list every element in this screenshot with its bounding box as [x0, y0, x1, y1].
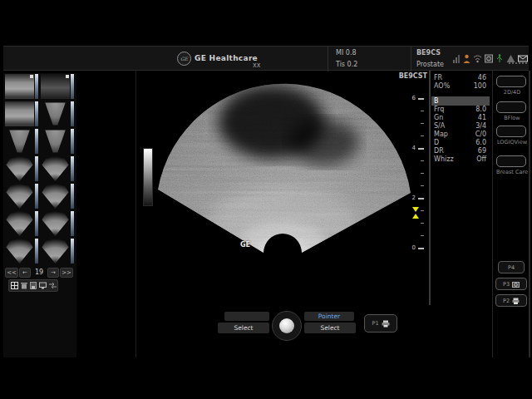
thumbnail-scale-bar [71, 239, 74, 264]
thumbnail-pager: << ← 19 → >> [5, 267, 76, 278]
wifi-icon [473, 54, 482, 63]
thumbnail[interactable] [5, 239, 34, 264]
printer-icon [512, 298, 520, 304]
thumbnail-scale-bar [35, 129, 38, 154]
depth-tick-label: 0 [407, 244, 416, 251]
ao-row: AO%100 [431, 82, 490, 91]
thumbnail[interactable] [41, 156, 70, 181]
p1-key[interactable]: P1 [364, 314, 397, 332]
p4-key[interactable]: P4 [498, 261, 525, 273]
thumbnail[interactable] [5, 211, 34, 236]
prev-page-button[interactable]: ← [19, 268, 31, 278]
thumbnail-cell [4, 128, 40, 155]
last-page-button[interactable]: >> [60, 268, 73, 278]
preset-name: Prostate [416, 61, 444, 68]
ge-logo-icon: GE [177, 52, 191, 66]
parameter-row: Frq8.0 [431, 106, 490, 114]
menu-dots-handle[interactable] [509, 62, 527, 64]
disc-icon [485, 54, 493, 63]
thumbnail[interactable] [5, 156, 34, 181]
depth-tick-minor [421, 185, 424, 186]
user-icon [463, 54, 470, 63]
parameter-row: S/A3/4 [431, 122, 490, 131]
breast-care-button[interactable] [496, 155, 526, 167]
first-page-button[interactable]: << [5, 268, 18, 278]
depth-tick-minor [421, 235, 424, 236]
mode-indicator: B [431, 96, 490, 106]
depth-tick [418, 198, 424, 200]
b-mode-settings-panel: FR46 AO%100 B Frq8.0Gn41S/A3/4MapC/0D6.0… [431, 71, 491, 312]
depth-tick-minor [421, 135, 424, 136]
signal-icon [453, 54, 461, 63]
usb-icon [495, 54, 504, 63]
logiqview-button[interactable] [496, 126, 526, 137]
ultrasound-app-window: GE GE Healthcare xx MI 0.8 Tis 0.2 BE9CS… [0, 0, 532, 399]
p3-key[interactable]: P3 [495, 278, 527, 290]
grid-view-icon[interactable] [11, 282, 18, 289]
thumbnail[interactable] [5, 184, 34, 209]
p2-key[interactable]: P2 [495, 294, 527, 307]
select-right-soft-button[interactable]: Select [304, 323, 356, 333]
thumbnail[interactable] [41, 129, 70, 154]
depth-tick-minor [421, 160, 424, 161]
depth-tick [418, 98, 424, 100]
depth-tick-minor [421, 210, 424, 211]
thumbnail-scale-bar [71, 74, 74, 99]
header-divider [328, 47, 328, 71]
page-number: 19 [32, 268, 47, 276]
focus-marker-icon[interactable] [412, 207, 420, 219]
thumbnail-scale-bar [71, 211, 74, 236]
parameter-row: MapC/0 [431, 131, 490, 139]
breast-care-label: Breast Care [494, 169, 530, 175]
logiqview-label: LOGIQView [494, 139, 530, 145]
ultrasound-image[interactable] [76, 71, 429, 312]
bflow-label: BFlow [494, 115, 530, 121]
probe-name: BE9CS [416, 49, 441, 57]
ge-watermark: GE [240, 241, 250, 249]
thumbnail-scale-bar [71, 156, 74, 181]
thumbnail-selected[interactable] [41, 239, 70, 264]
thumbnail-cell [40, 238, 76, 265]
panel-divider [429, 71, 431, 305]
monitor-icon[interactable] [39, 282, 47, 289]
depth-tick-label: 2 [407, 195, 416, 201]
pointer-soft-button[interactable]: Pointer [304, 312, 354, 321]
thumbnail[interactable] [41, 101, 70, 126]
thumbnail-scale-bar [71, 101, 74, 126]
thumbnail-cell [40, 73, 76, 101]
parameter-row: DR69 [431, 147, 490, 155]
thumbnail-cell [4, 210, 40, 238]
depth-tick [418, 248, 424, 249]
thumbnail[interactable] [41, 211, 70, 236]
thumbnail[interactable] [5, 101, 34, 126]
depth-tick-minor [421, 223, 424, 224]
thumbnail[interactable] [41, 74, 70, 99]
parameter-row: WhizzOff [431, 155, 490, 164]
upper-left-soft-button[interactable] [224, 312, 269, 321]
select-left-soft-button[interactable]: Select [218, 323, 269, 333]
depth-tick-minor [421, 111, 424, 111]
trash-icon[interactable] [21, 282, 27, 289]
mode-2d4d-button[interactable] [496, 76, 526, 87]
thumbnail-scale-bar [35, 101, 38, 126]
hard-key-column: 2D/4D BFlow LOGIQView Breast Care P4 P3 … [494, 71, 530, 357]
thumbnail[interactable] [5, 129, 34, 154]
transfer-icon[interactable] [49, 282, 57, 289]
save-icon[interactable] [30, 282, 37, 289]
header-divider [411, 47, 411, 71]
thumbnail[interactable] [41, 184, 70, 209]
next-page-button[interactable]: → [47, 268, 59, 278]
thumbnail-scale-bar [35, 211, 38, 236]
bflow-button[interactable] [496, 101, 526, 113]
thumbnail-grid [4, 73, 77, 265]
brand-title: GE Healthcare [195, 54, 258, 62]
mode-2d4d-label: 2D/4D [494, 89, 530, 96]
thumbnail[interactable] [5, 74, 34, 99]
thumbnail-cell [4, 101, 40, 128]
depth-tick [418, 148, 424, 150]
thumbnail-cell [4, 155, 40, 183]
trackball[interactable] [272, 311, 302, 341]
thumbnail-scale-bar [71, 184, 74, 209]
thumbnail-cell [40, 210, 76, 238]
thumbnail-cell [40, 183, 76, 210]
